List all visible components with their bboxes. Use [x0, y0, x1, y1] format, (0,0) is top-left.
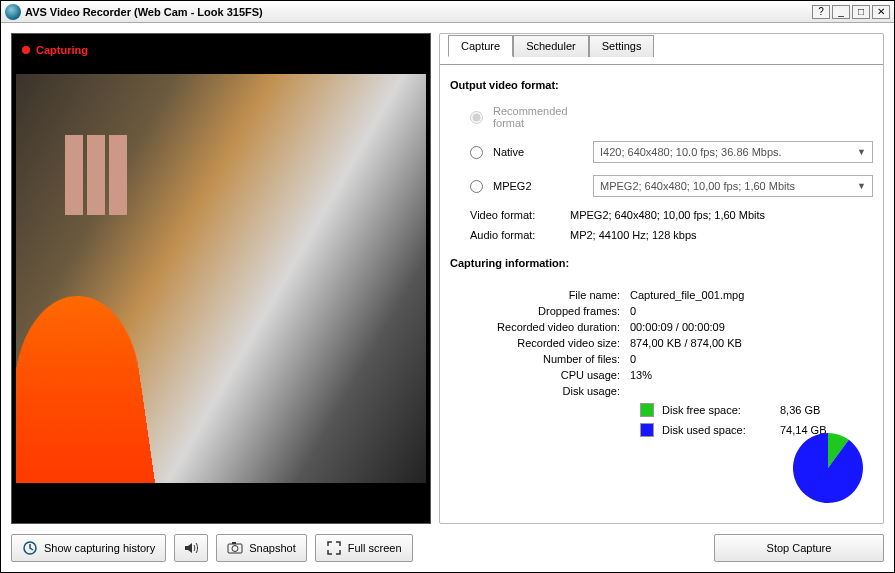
radio-native-label: Native	[493, 146, 583, 158]
stop-capture-label: Stop Capture	[767, 542, 832, 554]
native-format-select[interactable]: I420; 640x480; 10.0 fps; 36.86 Mbps. ▼	[593, 141, 873, 163]
preview-pane: Capturing	[11, 33, 431, 524]
window-title: AVS Video Recorder (Web Cam - Look 315FS…	[25, 6, 810, 18]
show-history-button[interactable]: Show capturing history	[11, 534, 166, 562]
radio-mpeg2[interactable]	[470, 180, 483, 193]
snapshot-button[interactable]: Snapshot	[216, 534, 306, 562]
help-button[interactable]: ?	[812, 5, 830, 19]
close-button[interactable]: ✕	[872, 5, 890, 19]
sound-button[interactable]	[174, 534, 208, 562]
titlebar: AVS Video Recorder (Web Cam - Look 315FS…	[1, 1, 894, 23]
content: Capturing Capture Scheduler Settings Out…	[1, 23, 894, 534]
fullscreen-button[interactable]: Full screen	[315, 534, 413, 562]
minimize-button[interactable]: _	[832, 5, 850, 19]
svg-point-2	[232, 546, 238, 552]
tab-capture[interactable]: Capture	[448, 35, 513, 57]
footer: Show capturing history Snapshot Full scr…	[1, 534, 894, 572]
chevron-down-icon: ▼	[857, 147, 866, 157]
cpu-value: 13%	[630, 369, 652, 381]
settings-panel: Capture Scheduler Settings Output video …	[439, 33, 884, 524]
show-history-label: Show capturing history	[44, 542, 155, 554]
disk-usage-pie	[793, 433, 863, 503]
cpu-key: CPU usage:	[450, 369, 630, 381]
video-preview: Capturing	[11, 33, 431, 524]
size-key: Recorded video size:	[450, 337, 630, 349]
capturing-label: Capturing	[36, 44, 88, 56]
radio-mpeg2-row: MPEG2 MPEG2; 640x480; 10,00 fps; 1,60 Mb…	[470, 175, 873, 197]
app-window: AVS Video Recorder (Web Cam - Look 315FS…	[0, 0, 895, 573]
history-icon	[22, 540, 38, 556]
nfiles-value: 0	[630, 353, 636, 365]
tab-scheduler[interactable]: Scheduler	[513, 35, 589, 57]
dropped-value: 0	[630, 305, 636, 317]
file-key: File name:	[450, 289, 630, 301]
disk-key: Disk usage:	[450, 385, 630, 397]
capturing-indicator: Capturing	[22, 44, 88, 56]
dropped-key: Dropped frames:	[450, 305, 630, 317]
app-icon	[5, 4, 21, 20]
video-format-key: Video format:	[470, 209, 570, 221]
output-format-heading: Output video format:	[450, 79, 873, 91]
snapshot-label: Snapshot	[249, 542, 295, 554]
disk-free-row: Disk free space: 8,36 GB	[640, 403, 873, 417]
video-format-value: MPEG2; 640x480; 10,00 fps; 1,60 Mbits	[570, 209, 765, 221]
disk-free-swatch	[640, 403, 654, 417]
nfiles-key: Number of files:	[450, 353, 630, 365]
tabs: Capture Scheduler Settings	[448, 34, 873, 56]
fullscreen-icon	[326, 540, 342, 556]
capinfo-grid: File name:Captured_file_001.mpg Dropped …	[450, 285, 873, 401]
radio-mpeg2-label: MPEG2	[493, 180, 583, 192]
fullscreen-label: Full screen	[348, 542, 402, 554]
size-value: 874,00 KB / 874,00 KB	[630, 337, 742, 349]
radio-recommended-row: Recommended format	[470, 105, 873, 129]
tab-settings[interactable]: Settings	[589, 35, 655, 57]
disk-legend: Disk free space: 8,36 GB Disk used space…	[640, 403, 873, 437]
duration-key: Recorded video duration:	[450, 321, 630, 333]
file-value: Captured_file_001.mpg	[630, 289, 744, 301]
audio-format-row: Audio format: MP2; 44100 Hz; 128 kbps	[470, 229, 873, 241]
disk-free-value: 8,36 GB	[780, 404, 820, 416]
native-format-value: I420; 640x480; 10.0 fps; 36.86 Mbps.	[600, 146, 782, 158]
radio-recommended-label: Recommended format	[493, 105, 583, 129]
radio-native[interactable]	[470, 146, 483, 159]
disk-used-swatch	[640, 423, 654, 437]
mpeg2-format-value: MPEG2; 640x480; 10,00 fps; 1,60 Mbits	[600, 180, 795, 192]
audio-format-value: MP2; 44100 Hz; 128 kbps	[570, 229, 697, 241]
capinfo-heading: Capturing information:	[450, 257, 873, 269]
record-icon	[22, 46, 30, 54]
duration-value: 00:00:09 / 00:00:09	[630, 321, 725, 333]
chevron-down-icon: ▼	[857, 181, 866, 191]
camera-image	[16, 74, 426, 483]
mpeg2-format-select[interactable]: MPEG2; 640x480; 10,00 fps; 1,60 Mbits ▼	[593, 175, 873, 197]
radio-recommended[interactable]	[470, 111, 483, 124]
audio-format-key: Audio format:	[470, 229, 570, 241]
disk-free-label: Disk free space:	[662, 404, 772, 416]
radio-native-row: Native I420; 640x480; 10.0 fps; 36.86 Mb…	[470, 141, 873, 163]
speaker-icon	[183, 540, 199, 556]
svg-rect-3	[232, 542, 236, 544]
video-format-row: Video format: MPEG2; 640x480; 10,00 fps;…	[470, 209, 873, 221]
camera-icon	[227, 540, 243, 556]
stop-capture-button[interactable]: Stop Capture	[714, 534, 884, 562]
disk-used-label: Disk used space:	[662, 424, 772, 436]
maximize-button[interactable]: □	[852, 5, 870, 19]
